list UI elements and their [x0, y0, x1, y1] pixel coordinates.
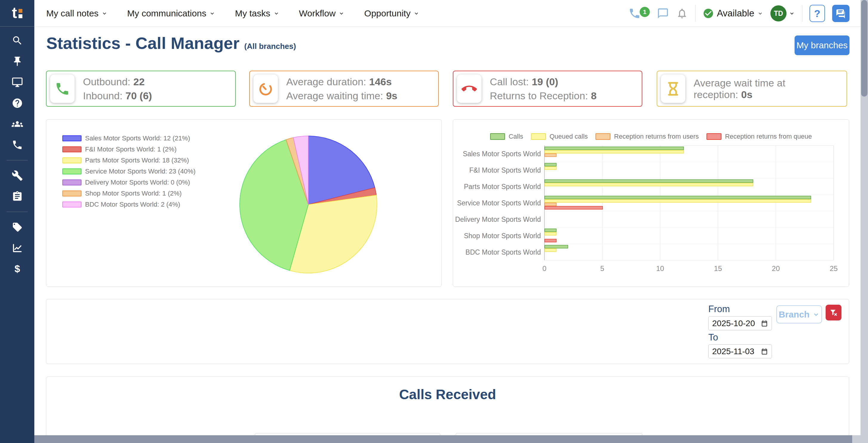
user-menu[interactable]: TD — [770, 5, 795, 22]
clear-filter-button[interactable] — [826, 305, 841, 320]
team-icon — [12, 118, 23, 130]
page-subtitle: (All branches) — [244, 42, 296, 51]
page: t — [0, 0, 868, 443]
chevron-down-icon — [101, 10, 107, 16]
to-date-value: 2025-11-03 — [712, 347, 761, 356]
sidebar: t — [0, 0, 34, 443]
sidebar-item-pin[interactable] — [0, 51, 34, 72]
svg-text:Delivery Motor Sports World: Delivery Motor Sports World — [455, 215, 541, 223]
sidebar-item-tasks[interactable] — [0, 186, 34, 207]
sidebar-item-tools[interactable] — [0, 165, 34, 186]
svg-text:0: 0 — [542, 265, 546, 272]
sidebar-item-screen[interactable] — [0, 72, 34, 93]
stat-card-2: Average duration:146s Average waiting ti… — [249, 71, 439, 107]
filter-card: From 2025-10-20 To 2025-11-03 Branch — [46, 299, 849, 364]
legend-label: F&I Motor Sports World: 1 (2%) — [85, 145, 177, 153]
vertical-scrollbar[interactable] — [861, 0, 868, 443]
svg-text:15: 15 — [714, 265, 722, 272]
menu-my-call-notes[interactable]: My call notes — [46, 8, 107, 19]
menu-label: My tasks — [235, 8, 270, 19]
svg-text:20: 20 — [772, 265, 780, 272]
stat-line: Inbound:70 (6) — [83, 90, 152, 102]
horizontal-scrollbar-thumb[interactable] — [34, 435, 852, 443]
search-icon — [12, 35, 23, 46]
app-logo[interactable]: t — [0, 0, 34, 26]
stat-line: Call lost:19 (0) — [490, 76, 597, 88]
help-button[interactable]: ? — [809, 5, 825, 22]
chevron-down-icon — [413, 10, 420, 16]
from-date-input[interactable]: 2025-10-20 — [708, 316, 772, 330]
topbar-divider — [802, 5, 802, 22]
phone-outline-icon — [628, 7, 641, 20]
stat-icon-box — [253, 74, 278, 103]
legend-item[interactable]: Sales Motor Sports World: 12 (21%) — [62, 134, 195, 142]
logo-dots-icon — [19, 9, 22, 18]
bell-icon — [676, 7, 688, 20]
calendar-icon — [761, 320, 768, 327]
bar-chart[interactable]: 0510152025Sales Motor Sports WorldF&I Mo… — [453, 120, 849, 286]
chevron-down-icon — [209, 10, 215, 16]
menu-my-tasks[interactable]: My tasks — [235, 8, 279, 19]
legend-item[interactable]: Delivery Motor Sports World: 0 (0%) — [62, 178, 195, 186]
stat-line: Outbound:22 — [83, 76, 152, 88]
sidebar-item-tags[interactable] — [0, 217, 34, 238]
svg-text:5: 5 — [600, 265, 604, 272]
menu-opportunity[interactable]: Opportunity — [364, 8, 420, 19]
menu-my-communications[interactable]: My communications — [127, 8, 215, 19]
legend-item[interactable]: BDC Motor Sports World: 2 (4%) — [62, 201, 195, 208]
calls-received-title: Calls Received — [46, 386, 849, 403]
legend-label: Service Motor Sports World: 23 (40%) — [85, 168, 195, 175]
branch-dropdown[interactable]: Branch — [776, 305, 822, 323]
phone-icon — [55, 81, 70, 97]
calendar-icon — [761, 348, 768, 355]
calls-received-card: Calls Received — [46, 377, 849, 443]
stat-icon-box — [50, 74, 74, 103]
tag-icon — [12, 222, 23, 233]
calls-button[interactable]: 1 — [628, 7, 650, 20]
my-branches-button[interactable]: My branches — [795, 35, 849, 55]
forum-icon — [835, 8, 846, 19]
sidebar-item-search[interactable] — [0, 30, 34, 51]
stat-line: Average waiting time:9s — [286, 90, 397, 102]
sidebar-item-help[interactable] — [0, 93, 34, 113]
sidebar-item-statistics[interactable] — [0, 238, 34, 259]
vertical-scrollbar-thumb[interactable] — [861, 0, 867, 97]
legend-item[interactable]: Shop Motor Sports World: 1 (2%) — [62, 190, 195, 197]
sidebar-item-team[interactable] — [0, 113, 34, 134]
sidebar-item-phone[interactable] — [0, 134, 34, 155]
feedback-button[interactable] — [832, 5, 849, 22]
svg-text:Parts Motor Sports World: Parts Motor Sports World — [464, 183, 541, 191]
availability-status[interactable]: Available — [703, 8, 763, 19]
horizontal-scrollbar[interactable] — [34, 435, 861, 443]
chat-button[interactable] — [657, 7, 669, 20]
chevron-down-icon — [273, 10, 279, 16]
legend-item[interactable]: F&I Motor Sports World: 1 (2%) — [62, 145, 195, 153]
legend-swatch — [62, 135, 82, 141]
legend-swatch — [62, 191, 82, 197]
legend-swatch — [62, 158, 82, 163]
chevron-down-icon — [339, 10, 344, 16]
wrench-icon — [12, 170, 23, 181]
legend-label: Delivery Motor Sports World: 0 (0%) — [85, 178, 190, 186]
svg-text:Sales Motor Sports World: Sales Motor Sports World — [463, 150, 541, 158]
legend-label: Sales Motor Sports World: 12 (21%) — [85, 134, 190, 142]
notifications-button[interactable] — [676, 7, 688, 20]
pie-legend: Sales Motor Sports World: 12 (21%)F&I Mo… — [62, 134, 195, 212]
legend-item[interactable]: Parts Motor Sports World: 18 (32%) — [62, 157, 195, 164]
chart-icon — [12, 243, 23, 253]
menu-workflow[interactable]: Workflow — [299, 8, 345, 19]
svg-text:F&I Motor Sports World: F&I Motor Sports World — [469, 166, 541, 174]
to-date-input[interactable]: 2025-11-03 — [708, 344, 772, 358]
stat-card-4: Average wait time at reception:0s — [657, 71, 847, 107]
from-label: From — [708, 304, 730, 314]
pie-chart[interactable] — [237, 133, 380, 276]
svg-text:$: $ — [14, 264, 20, 274]
legend-swatch — [62, 168, 82, 174]
legend-item[interactable]: Service Motor Sports World: 23 (40%) — [62, 168, 195, 175]
stat-line: Average duration:146s — [286, 76, 397, 88]
sidebar-item-billing[interactable]: $ — [0, 259, 34, 279]
chevron-down-icon — [789, 10, 795, 16]
call-end-icon — [461, 81, 477, 97]
legend-label: BDC Motor Sports World: 2 (4%) — [85, 201, 180, 208]
legend-swatch — [62, 146, 82, 152]
